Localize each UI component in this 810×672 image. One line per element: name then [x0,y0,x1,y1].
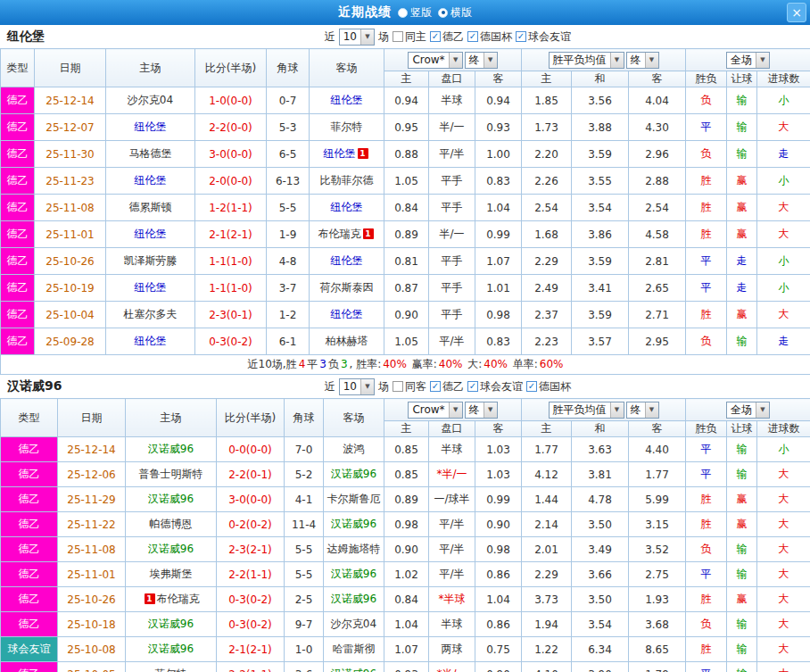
away-team-name[interactable]: 卡尔斯鲁厄 [327,493,381,505]
filter-checkbox[interactable]: ✓德国杯 [467,29,512,45]
home-odds-cell: 0.89 [384,221,429,248]
avg-stage-select-value: 终 [627,53,645,68]
filter-checkbox[interactable]: ✓球会友谊 [516,29,571,45]
home-team-name[interactable]: 马格德堡 [129,147,172,160]
home-team-name[interactable]: 普鲁士明斯特 [139,468,203,480]
corners-cell: 4-1 [285,487,324,512]
league-type-cell: 德乙 [1,168,35,195]
chevron-down-icon: ▼ [645,402,658,418]
away-team-name[interactable]: 哈雷斯彻 [333,643,376,655]
home-team-name[interactable]: 汉诺威96 [148,643,194,655]
avg-stage-select[interactable]: 终▼ [626,52,659,69]
away-team-name[interactable]: 汉诺威96 [331,518,376,530]
away-team-name[interactable]: 汉诺威96 [331,468,376,480]
avg-odds-select[interactable]: 胜平负均值▼ [549,52,624,69]
avg-away-cell: 2.88 [629,168,686,195]
home-team-name[interactable]: 凯泽斯劳滕 [124,254,178,267]
away-team-name[interactable]: 汉诺威96 [331,568,376,580]
home-team-name[interactable]: 汉诺威96 [148,543,194,555]
home-team-name[interactable]: 埃弗斯堡 [150,568,193,580]
checkbox-icon: ✓ [467,381,478,392]
summary-segment: 40% [484,358,508,370]
odds-stage-select[interactable]: 终▼ [465,52,498,69]
avg-stage-select[interactable]: 终▼ [626,402,659,419]
away-team-name[interactable]: 汉诺威96 [331,668,376,672]
home-team-name[interactable]: 菲尔特 [155,668,187,672]
filter-checkbox[interactable]: 同主 [393,29,426,45]
match-count-select[interactable]: 10▼ [339,29,375,46]
match-count-select-value: 10 [340,380,360,393]
radio-vertical[interactable]: 竖版 [398,5,432,21]
handicap-cell: 平/半 [429,537,475,562]
bookmaker-select[interactable]: Crow*▼ [408,52,462,69]
away-team-name[interactable]: 纽伦堡 [331,94,363,106]
result-cell: 平 [686,662,727,672]
away-team-name[interactable]: 波鸿 [343,443,365,455]
home-team-name[interactable]: 纽伦堡 [135,228,167,240]
away-team-cell: 纽伦堡1 [310,141,384,168]
filter-checkbox[interactable]: ✓德乙 [430,379,464,394]
away-team-name[interactable]: 比勒菲尔德 [320,174,374,187]
avg-stage-select-value: 终 [627,402,645,418]
away-team-name[interactable]: 汉诺威96 [331,593,376,605]
filter-checkbox[interactable]: ✓球会友谊 [467,379,523,394]
avg-odds-select-value: 胜平负均值 [550,53,610,68]
avg-home-cell: 2.54 [522,195,572,221]
odds-stage-select[interactable]: 终▼ [465,402,498,419]
corners-cell: 1-2 [267,302,310,328]
bookmaker-select[interactable]: Crow*▼ [408,402,462,419]
titlebar: 近期战绩 竖版 横版 × [0,0,810,25]
match-row: 德乙25-11-01纽伦堡2-1(2-1)1-9布伦瑞克10.89半/一0.99… [1,221,810,248]
checkbox-label: 球会友谊 [480,379,523,394]
result-cell: 胜 [686,195,727,221]
home-team-name[interactable]: 杜塞尔多夫 [124,308,178,320]
avg-odds-select[interactable]: 胜平负均值▼ [549,402,624,419]
away-team-name[interactable]: 柏林赫塔 [326,335,368,347]
home-team-name[interactable]: 布伦瑞克 [157,593,200,605]
matches-label: 场 [378,379,389,394]
checkbox-label: 同客 [405,379,426,394]
league-type-cell: 德乙 [1,612,58,637]
away-team-name[interactable]: 纽伦堡 [331,308,363,320]
away-team-name[interactable]: 菲尔特 [331,120,363,133]
league-type-cell: 德乙 [1,87,35,114]
away-team-name[interactable]: 达姆施塔特 [327,543,381,555]
avg-draw-cell: 3.86 [572,221,629,248]
filter-checkbox[interactable]: ✓德国杯 [526,379,571,394]
score-cell: 2-2(0-0) [195,114,267,141]
home-team-name[interactable]: 汉诺威96 [148,443,194,455]
chevron-down-icon: ▼ [484,402,497,418]
radio-horizontal[interactable]: 横版 [438,5,472,21]
home-team-name[interactable]: 纽伦堡 [135,174,167,187]
close-button[interactable]: × [787,3,806,22]
match-row: 德乙25-11-22帕德博恩0-2(0-2)11-4汉诺威960.98平/半0.… [1,512,810,537]
score-cell: 3-0(0-0) [195,141,267,168]
scope-select[interactable]: 全场▼ [726,52,770,69]
home-team-name[interactable]: 沙尔克04 [128,94,173,106]
away-team-name[interactable]: 纽伦堡 [324,147,356,160]
sub-column-header: 胜负 [686,71,727,87]
home-team-name[interactable]: 汉诺威96 [148,493,194,505]
filter-checkbox[interactable]: 同客 [393,379,426,394]
titlebar-center: 近期战绩 竖版 横版 [0,4,810,21]
summary-segment: 大: [464,358,482,370]
home-team-cell: 1布伦瑞克 [126,587,217,612]
away-team-name[interactable]: 纽伦堡 [331,201,363,213]
away-team-name[interactable]: 纽伦堡 [331,254,363,267]
filter-checkbox[interactable]: ✓德乙 [430,29,464,45]
home-team-name[interactable]: 纽伦堡 [135,281,167,294]
away-team-name[interactable]: 荷尔斯泰因 [320,281,374,294]
handicap-cell: 平手 [429,195,475,221]
home-team-name[interactable]: 德累斯顿 [129,201,172,213]
away-team-name[interactable]: 沙尔克04 [331,618,376,630]
summary-segment: 40% [383,358,407,370]
away-team-name[interactable]: 布伦瑞克 [318,228,361,240]
scope-select[interactable]: 全场▼ [726,402,770,419]
corners-cell: 5-5 [267,195,310,221]
red-card-badge: 1 [145,593,155,604]
home-team-name[interactable]: 纽伦堡 [135,335,167,347]
match-count-select[interactable]: 10▼ [339,378,375,395]
home-team-name[interactable]: 帕德博恩 [150,518,193,530]
home-team-name[interactable]: 纽伦堡 [135,120,167,133]
home-team-name[interactable]: 汉诺威96 [148,618,194,630]
